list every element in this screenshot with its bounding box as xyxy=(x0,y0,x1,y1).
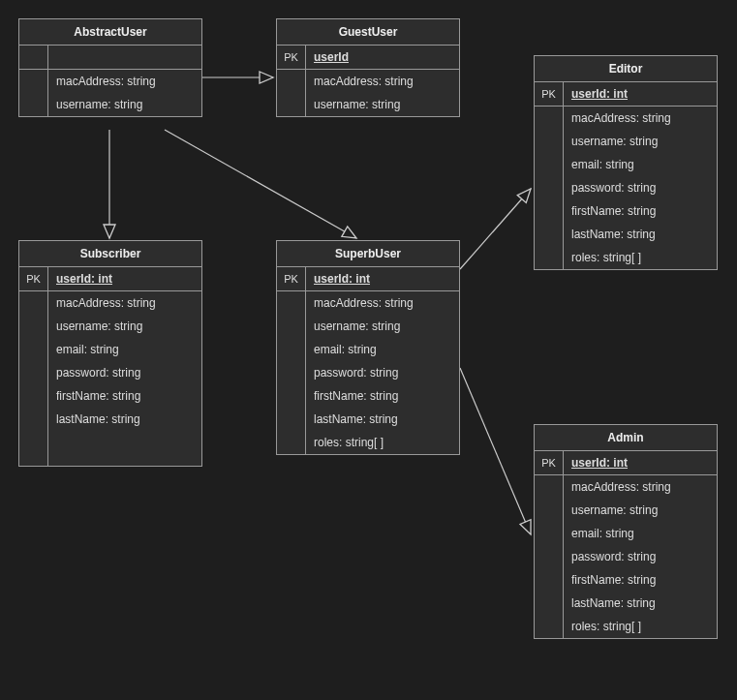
key-name: userId: int xyxy=(571,87,628,101)
attr-row: macAddress: string xyxy=(19,70,201,93)
attr-row: firstName: string xyxy=(535,568,717,592)
key-row: PK userId: int xyxy=(277,267,459,291)
pk-label: PK xyxy=(535,451,564,474)
attr-row: username: string xyxy=(19,315,201,338)
svg-line-11 xyxy=(460,189,531,269)
pk-label: PK xyxy=(535,82,564,106)
attr-row: email: string xyxy=(535,522,717,545)
class-editor[interactable]: Editor PK userId: int macAddress: string… xyxy=(534,55,718,270)
attr: roles: string[ ] xyxy=(571,251,641,264)
attr: username: string xyxy=(571,135,658,148)
pk-label: PK xyxy=(19,267,48,290)
attr-row: password: string xyxy=(277,361,459,384)
class-title: AbstractUser xyxy=(19,19,201,46)
attr-row: macAddress: string xyxy=(277,291,459,315)
attr-row: lastName: string xyxy=(19,408,201,431)
attr-row: username: string xyxy=(277,315,459,338)
attr-row: firstName: string xyxy=(535,199,717,223)
svg-line-4 xyxy=(460,189,533,252)
key-row: PK userId xyxy=(277,46,459,70)
key-name: userId: int xyxy=(56,272,112,286)
attr-row: username: string xyxy=(19,93,201,116)
attr: email: string xyxy=(571,527,634,540)
key-name: userId: int xyxy=(314,272,370,286)
attr: macAddress: string xyxy=(571,111,671,125)
attr: macAddress: string xyxy=(314,296,414,310)
pk-label: PK xyxy=(277,267,306,290)
attr: email: string xyxy=(571,158,634,171)
attr: roles: string[ ] xyxy=(571,620,641,633)
key-row: PK userId: int xyxy=(19,267,201,291)
attr: firstName: string xyxy=(56,389,140,403)
diagram-canvas: AbstractUser macAddress: string username… xyxy=(0,0,737,700)
attr: password: string xyxy=(56,366,140,380)
attr: username: string xyxy=(56,320,142,333)
key-row: PK userId: int xyxy=(535,451,717,475)
svg-line-5 xyxy=(460,368,533,534)
attr: username: string xyxy=(56,98,142,111)
attr: password: string xyxy=(571,181,656,195)
attr: password: string xyxy=(314,366,398,380)
attr-row: macAddress: string xyxy=(535,107,717,130)
attr: macAddress: string xyxy=(56,75,156,88)
svg-line-12 xyxy=(460,368,531,534)
attr-row: password: string xyxy=(535,545,717,568)
pk-label: PK xyxy=(277,46,306,69)
attr-row: username: string xyxy=(277,93,459,116)
attr-row: password: string xyxy=(19,361,201,384)
attr: username: string xyxy=(314,320,400,333)
attr: lastName: string xyxy=(571,228,656,241)
svg-line-3 xyxy=(155,131,358,240)
class-guestuser[interactable]: GuestUser PK userId macAddress: string u… xyxy=(276,18,460,117)
key-row: PK userId: int xyxy=(535,82,717,107)
attr: macAddress: string xyxy=(56,296,156,310)
attr: firstName: string xyxy=(571,573,656,587)
attr-row: password: string xyxy=(535,176,717,199)
class-title: GuestUser xyxy=(277,19,459,46)
key-name: userId xyxy=(314,50,349,64)
attr: lastName: string xyxy=(56,412,140,426)
attr-row: macAddress: string xyxy=(19,291,201,315)
attr-row: roles: string[ ] xyxy=(277,431,459,454)
attr: username: string xyxy=(314,98,400,111)
attr-row: email: string xyxy=(19,338,201,361)
class-abstractuser[interactable]: AbstractUser macAddress: string username… xyxy=(18,18,202,117)
attr-row: email: string xyxy=(277,338,459,361)
attr-row: lastName: string xyxy=(277,408,459,431)
attr: email: string xyxy=(56,343,119,356)
attr: username: string xyxy=(571,503,658,517)
attr-row: firstName: string xyxy=(19,384,201,408)
class-title: Editor xyxy=(535,56,717,82)
class-admin[interactable]: Admin PK userId: int macAddress: string … xyxy=(534,424,718,639)
attr-row: roles: string[ ] xyxy=(535,615,717,638)
key-row-empty xyxy=(19,46,201,70)
key-name: userId: int xyxy=(571,456,628,470)
class-subscriber[interactable]: Subscriber PK userId: int macAddress: st… xyxy=(18,240,202,467)
attr: macAddress: string xyxy=(571,480,671,494)
class-title: Subscriber xyxy=(19,241,201,267)
attr: email: string xyxy=(314,343,377,356)
class-title: Admin xyxy=(535,425,717,451)
attr: macAddress: string xyxy=(314,75,414,88)
attr: lastName: string xyxy=(314,412,398,426)
attr-row: lastName: string xyxy=(535,223,717,246)
attr-row: email: string xyxy=(535,153,717,176)
attr-row: lastName: string xyxy=(535,592,717,615)
class-superbuser[interactable]: SuperbUser PK userId: int macAddress: st… xyxy=(276,240,460,455)
class-title: SuperbUser xyxy=(277,241,459,267)
attr: password: string xyxy=(571,550,656,563)
attr-row: macAddress: string xyxy=(277,70,459,93)
attr: firstName: string xyxy=(571,204,656,218)
attr-row: macAddress: string xyxy=(535,475,717,499)
attr: firstName: string xyxy=(314,389,398,403)
attr: roles: string[ ] xyxy=(314,436,384,449)
attr-row: roles: string[ ] xyxy=(535,246,717,269)
attr: lastName: string xyxy=(571,596,656,610)
attr-row: username: string xyxy=(535,130,717,153)
attr-row: username: string xyxy=(535,499,717,522)
svg-line-10 xyxy=(165,130,356,238)
attr-row: firstName: string xyxy=(277,384,459,408)
